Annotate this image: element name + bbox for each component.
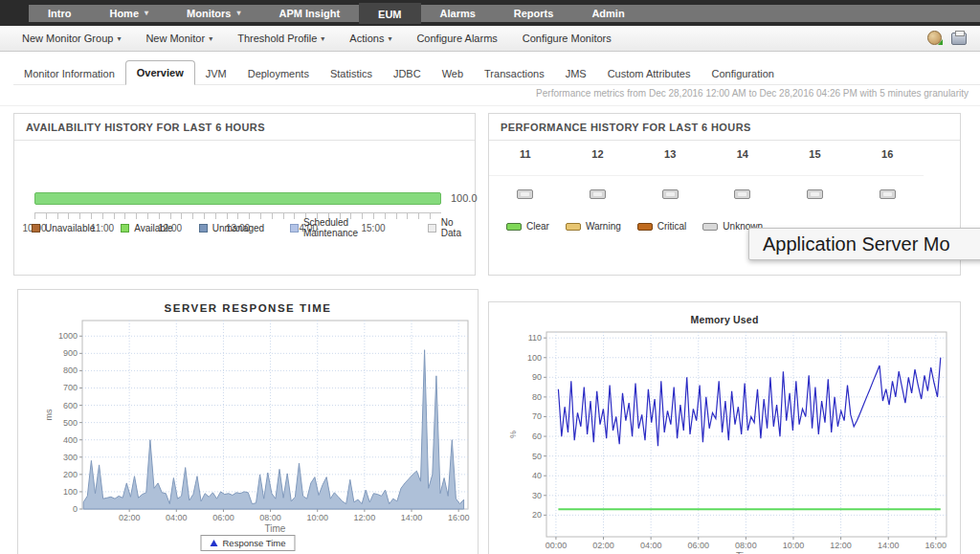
tool-label: Threshold Profile: [237, 33, 317, 44]
svg-text:20: 20: [532, 510, 542, 520]
response-time-chart: 0100200300400500600700800900100002:0004:…: [18, 319, 479, 554]
available-swatch-icon: [121, 224, 129, 233]
tab-web[interactable]: Web: [432, 62, 474, 85]
svg-text:900: 900: [63, 348, 78, 358]
nav-item-reports[interactable]: Reports: [495, 5, 573, 22]
legend-label: Scheduled Maintenance: [303, 217, 402, 238]
svg-text:08:00: 08:00: [735, 541, 757, 550]
hour-label: 12: [562, 148, 635, 171]
no-data-swatch-icon: [428, 224, 436, 233]
nav-item-admin[interactable]: Admin: [572, 5, 643, 22]
performance-status-row: [489, 175, 924, 199]
svg-text:1000: 1000: [58, 331, 78, 341]
svg-text:%: %: [508, 431, 518, 438]
svg-text:12:00: 12:00: [354, 513, 376, 522]
legend-item-critical: Critical: [637, 221, 687, 232]
svg-text:00:00: 00:00: [546, 541, 568, 550]
legend-item-warning: Warning: [566, 221, 621, 232]
threshold-profile-button[interactable]: Threshold Profile▾: [225, 33, 337, 44]
nav-item-home[interactable]: Home▾: [90, 5, 167, 22]
critical-swatch-icon: [637, 223, 653, 231]
svg-text:16:00: 16:00: [448, 513, 470, 522]
svg-text:06:00: 06:00: [687, 541, 709, 550]
legend-item-unavailable: Unavailable: [32, 223, 95, 233]
status-box-hour-14[interactable]: [734, 189, 750, 199]
toolbar-icons: [927, 31, 967, 45]
unavailable-swatch-icon: [32, 224, 40, 233]
nav-label: EUM: [378, 6, 401, 23]
new-monitor-button[interactable]: New Monitor▾: [133, 33, 225, 44]
tab-jvm[interactable]: JVM: [195, 62, 237, 85]
action-toolbar: New Monitor Group▾ New Monitor▾ Threshol…: [0, 26, 980, 52]
tool-label: New Monitor: [145, 33, 205, 44]
legend-label: Response Time: [222, 538, 285, 548]
configure-alarms-button[interactable]: Configure Alarms: [404, 33, 509, 44]
memory-used-panel: Memory Used 203040506070809010011000:000…: [488, 301, 961, 554]
nav-label: Intro: [48, 5, 71, 22]
nav-item-monitors[interactable]: Monitors▾: [167, 5, 259, 22]
app-window: Intro Home▾ Monitors▾ APM Insight EUM Al…: [0, 0, 980, 554]
actions-button[interactable]: Actions▾: [337, 33, 404, 44]
legend-item-available: Available: [121, 223, 172, 233]
world-icon[interactable]: [927, 31, 942, 45]
nav-item-apm-insight[interactable]: APM Insight: [260, 5, 360, 22]
svg-text:800: 800: [63, 366, 78, 375]
legend-label: Available: [134, 223, 172, 233]
svg-text:06:00: 06:00: [212, 513, 234, 522]
server-response-time-panel: SERVER RESPONSE TIME 0100200300400500600…: [17, 289, 479, 554]
clear-swatch-icon: [506, 223, 522, 231]
tab-monitor-information[interactable]: Monitor Information: [13, 62, 125, 85]
chevron-down-icon: ▾: [388, 34, 391, 43]
availability-bar[interactable]: [34, 192, 441, 205]
chevron-down-icon: ▾: [236, 5, 240, 22]
tab-statistics[interactable]: Statistics: [320, 62, 383, 85]
tab-jdbc[interactable]: JDBC: [383, 62, 432, 85]
chevron-down-icon: ▾: [145, 5, 148, 22]
hour-label: 16: [851, 148, 924, 171]
status-box-hour-16[interactable]: [880, 189, 896, 199]
svg-text:Time: Time: [265, 523, 286, 534]
status-box-hour-11[interactable]: [517, 189, 533, 199]
svg-text:10:00: 10:00: [306, 513, 328, 522]
tool-label: Actions: [349, 33, 384, 44]
top-nav-strip: Intro Home▾ Monitors▾ APM Insight EUM Al…: [29, 5, 980, 22]
response-chart-legend: Response Time: [200, 535, 295, 551]
chevron-down-icon: ▾: [117, 34, 121, 43]
tab-deployments[interactable]: Deployments: [237, 62, 320, 85]
status-box-hour-12[interactable]: [590, 189, 606, 199]
status-box-hour-15[interactable]: [807, 189, 823, 199]
legend-label: Critical: [657, 221, 687, 232]
configure-monitors-button[interactable]: Configure Monitors: [510, 33, 624, 44]
nav-item-eum[interactable]: EUM: [359, 3, 420, 24]
tab-jms[interactable]: JMS: [555, 62, 597, 85]
monitor-name-tooltip: Application Server Mo: [748, 228, 980, 260]
availability-history-panel: AVAILABILITY HISTORY FOR LAST 6 HOURS 10…: [13, 113, 476, 276]
nav-label: Home: [109, 5, 139, 22]
legend-item-unmanaged: Unmanaged: [199, 223, 264, 233]
svg-text:04:00: 04:00: [166, 513, 188, 522]
svg-text:50: 50: [532, 452, 542, 461]
availability-panel-title: AVAILABILITY HISTORY FOR LAST 6 HOURS: [14, 114, 475, 141]
status-box-hour-13[interactable]: [662, 189, 679, 199]
performance-hours-row: 11 12 13 14 15 16: [489, 148, 924, 171]
hour-label: 13: [634, 148, 706, 171]
tab-custom-attributes[interactable]: Custom Attributes: [597, 62, 702, 85]
tool-label: New Monitor Group: [22, 33, 113, 44]
printer-icon[interactable]: [951, 33, 967, 45]
svg-text:14:00: 14:00: [401, 513, 423, 522]
svg-text:02:00: 02:00: [119, 513, 141, 522]
unmanaged-swatch-icon: [199, 224, 208, 233]
performance-legend: Clear Warning Critical Unknown: [506, 221, 763, 232]
nav-item-alarms[interactable]: Alarms: [421, 5, 495, 22]
legend-label: Warning: [586, 221, 621, 232]
new-monitor-group-button[interactable]: New Monitor Group▾: [10, 33, 133, 44]
tab-overview[interactable]: Overview: [125, 60, 195, 85]
unknown-swatch-icon: [702, 223, 718, 231]
nav-item-intro[interactable]: Intro: [29, 5, 90, 22]
tab-transactions[interactable]: Transactions: [474, 62, 555, 85]
performance-panel-title: PERFORMANCE HISTORY FOR LAST 6 HOURS: [489, 114, 960, 141]
legend-item-scheduled-maintenance: Scheduled Maintenance: [290, 217, 402, 238]
hour-label: 15: [779, 148, 852, 171]
tab-configuration[interactable]: Configuration: [701, 62, 784, 85]
scheduled-maintenance-swatch-icon: [290, 224, 299, 233]
